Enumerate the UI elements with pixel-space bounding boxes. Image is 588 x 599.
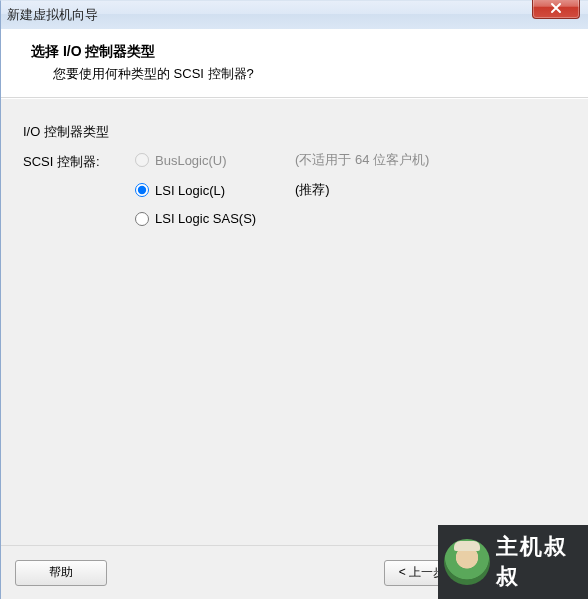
page-title: 选择 I/O 控制器类型: [31, 43, 570, 61]
radio-lsilogic-label: LSI Logic(L): [155, 183, 295, 198]
page-subtitle: 您要使用何种类型的 SCSI 控制器?: [31, 65, 570, 83]
watermark-overlay: 主机叔叔: [438, 525, 588, 599]
close-button[interactable]: [532, 0, 580, 19]
radio-option-lsilogic[interactable]: LSI Logic(L) (推荐): [135, 181, 429, 199]
radio-buslogic-label: BusLogic(U): [155, 153, 295, 168]
help-button[interactable]: 帮助: [15, 560, 107, 586]
wizard-header: 选择 I/O 控制器类型 您要使用何种类型的 SCSI 控制器?: [1, 29, 588, 98]
scsi-options: BusLogic(U) (不适用于 64 位客户机) LSI Logic(L) …: [135, 151, 429, 226]
close-icon: [549, 2, 563, 14]
radio-lsilogicsas[interactable]: [135, 212, 149, 226]
radio-lsilogicsas-label: LSI Logic SAS(S): [155, 211, 295, 226]
radio-option-lsilogicsas[interactable]: LSI Logic SAS(S): [135, 211, 429, 226]
radio-lsilogic[interactable]: [135, 183, 149, 197]
radio-buslogic-hint: (不适用于 64 位客户机): [295, 151, 429, 169]
radio-option-buslogic: BusLogic(U) (不适用于 64 位客户机): [135, 151, 429, 169]
radio-lsilogic-hint: (推荐): [295, 181, 330, 199]
wizard-content: I/O 控制器类型 SCSI 控制器: BusLogic(U) (不适用于 64…: [1, 98, 588, 545]
watermark-text: 主机叔叔: [496, 532, 588, 592]
radio-buslogic: [135, 153, 149, 167]
titlebar: 新建虚拟机向导: [1, 1, 588, 29]
scsi-controller-label: SCSI 控制器:: [23, 151, 135, 171]
window-title: 新建虚拟机向导: [7, 6, 98, 24]
wizard-window: 新建虚拟机向导 选择 I/O 控制器类型 您要使用何种类型的 SCSI 控制器?…: [0, 0, 588, 599]
io-controller-group-label: I/O 控制器类型: [23, 123, 566, 141]
watermark-avatar-icon: [444, 539, 490, 585]
